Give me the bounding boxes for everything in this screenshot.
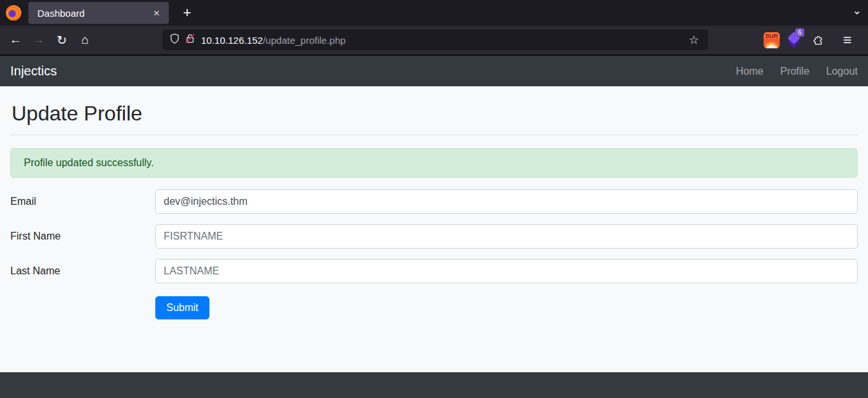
first-name-row: First Name — [10, 224, 858, 249]
navigation-toolbar: ← → ↻ ⌂ 10.10.126.152/update_profile.php… — [0, 26, 868, 54]
toolbar-right-icons: BUR 6 ≡ — [764, 30, 863, 50]
url-text[interactable]: 10.10.126.152/update_profile.php — [201, 35, 686, 46]
success-alert: Profile updated successfully. — [10, 148, 858, 178]
page-title: Update Profile — [12, 102, 856, 126]
list-tabs-chevron-icon[interactable]: ⌄ — [853, 4, 862, 17]
tab-bar: Dashboard × + ⌄ — [0, 0, 868, 26]
browser-tab[interactable]: Dashboard × — [28, 2, 169, 24]
submit-button[interactable]: Submit — [155, 296, 209, 319]
extensions-puzzle-icon[interactable] — [808, 30, 829, 50]
first-name-field[interactable] — [155, 224, 858, 249]
last-name-label: Last Name — [10, 265, 155, 277]
firefox-logo-icon — [6, 5, 21, 21]
nav-link-profile[interactable]: Profile — [780, 66, 809, 77]
proxy-extension-label: BUR — [764, 33, 780, 39]
site-brand[interactable]: Injectics — [10, 64, 57, 79]
email-field[interactable] — [155, 189, 858, 214]
url-host: 10.10.126.152 — [201, 35, 263, 46]
back-icon[interactable]: ← — [5, 30, 26, 50]
site-footer — [0, 372, 868, 398]
first-name-label: First Name — [10, 231, 155, 242]
bookmark-star-icon[interactable]: ☆ — [686, 33, 702, 47]
last-name-field[interactable] — [155, 259, 858, 283]
page-content: Update Profile Profile updated successfu… — [0, 86, 868, 372]
submit-row: Submit — [155, 296, 858, 319]
tab-close-icon[interactable]: × — [151, 6, 162, 20]
nav-links: Home Profile Logout — [736, 66, 858, 77]
proxy-extension-icon[interactable]: BUR — [764, 32, 780, 48]
last-name-row: Last Name — [10, 259, 858, 283]
site-navbar: Injectics Home Profile Logout — [0, 56, 868, 86]
browser-window: Dashboard × + ⌄ ← → ↻ ⌂ 10.1 — [0, 0, 868, 398]
layers-extension-icon[interactable]: 6 — [786, 32, 802, 48]
insecure-lock-icon[interactable] — [184, 33, 196, 47]
reload-icon[interactable]: ↻ — [52, 30, 72, 50]
url-bar[interactable]: 10.10.126.152/update_profile.php ☆ — [162, 30, 708, 50]
new-tab-button[interactable]: + — [178, 6, 197, 20]
email-label: Email — [10, 196, 155, 207]
nav-link-home[interactable]: Home — [736, 66, 764, 77]
home-icon[interactable]: ⌂ — [75, 30, 95, 50]
email-row: Email — [10, 189, 858, 214]
forward-icon[interactable]: → — [28, 30, 49, 50]
menu-icon[interactable]: ≡ — [837, 30, 858, 50]
url-path: /update_profile.php — [263, 35, 345, 46]
tab-title: Dashboard — [37, 8, 151, 19]
extension-badge: 6 — [795, 28, 804, 37]
divider — [10, 135, 858, 135]
nav-link-logout[interactable]: Logout — [826, 66, 858, 77]
tracking-shield-icon[interactable] — [169, 33, 180, 47]
